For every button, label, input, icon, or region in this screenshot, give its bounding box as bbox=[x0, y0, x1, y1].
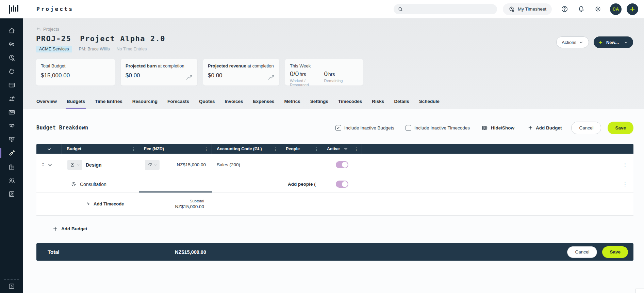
table-header: Budget⋮ Fee (NZD)⋮ Accounting Code (GL)⋮… bbox=[36, 144, 633, 154]
add-timecode-button[interactable]: Add Timecode bbox=[86, 201, 124, 206]
column-menu-icon[interactable]: ⋮ bbox=[203, 146, 210, 152]
tab-budgets[interactable]: Budgets bbox=[66, 96, 85, 109]
sidebar-item-leave[interactable] bbox=[0, 92, 23, 105]
sidebar-item-payments[interactable] bbox=[0, 78, 23, 92]
column-header-budget[interactable]: Budget⋮ bbox=[62, 144, 139, 154]
people-icon bbox=[8, 176, 16, 184]
settings-button[interactable] bbox=[594, 5, 602, 13]
collapse-row-icon[interactable] bbox=[47, 162, 53, 168]
column-menu-icon[interactable]: ⋮ bbox=[272, 146, 279, 152]
accounting-cell[interactable] bbox=[212, 176, 281, 192]
sidebar-item-deals[interactable] bbox=[0, 119, 23, 133]
filter-icon[interactable] bbox=[343, 146, 348, 152]
column-header-people[interactable]: People⋮ bbox=[281, 144, 322, 154]
sidebar-item-invoices[interactable] bbox=[0, 105, 23, 119]
tab-quotes[interactable]: Quotes bbox=[199, 96, 215, 109]
sidebar-item-people[interactable] bbox=[0, 173, 23, 187]
row-menu-icon[interactable]: ⋮ bbox=[621, 161, 629, 169]
include-inactive-budgets-checkbox[interactable]: Include Inactive Budgets bbox=[335, 125, 394, 131]
id-badge-icon bbox=[8, 190, 16, 198]
plus-icon bbox=[598, 40, 603, 45]
corner-fragment bbox=[635, 289, 644, 293]
trend-chart-icon bbox=[185, 74, 193, 81]
checkbox-unchecked-icon[interactable] bbox=[406, 125, 411, 131]
page-title: Projects bbox=[36, 6, 73, 12]
client-chip[interactable]: ACME Services bbox=[36, 46, 72, 52]
drag-handle[interactable]: ⁚⁚ bbox=[42, 162, 43, 167]
home-icon bbox=[8, 27, 16, 34]
time-entries-label: No Time Entries bbox=[117, 47, 147, 51]
cancel-button-bottom[interactable]: Cancel bbox=[567, 246, 597, 258]
active-toggle[interactable] bbox=[336, 161, 348, 168]
include-inactive-timecodes-checkbox[interactable]: Include Inactive Timecodes bbox=[406, 125, 470, 131]
search-input[interactable] bbox=[394, 4, 497, 14]
column-header-fee[interactable]: Fee (NZD)⋮ bbox=[139, 144, 212, 154]
row-menu-icon[interactable]: ⋮ bbox=[621, 181, 629, 188]
budget-type-select[interactable] bbox=[67, 160, 82, 170]
column-menu-icon[interactable]: ⋮ bbox=[130, 146, 137, 152]
tab-metrics[interactable]: Metrics bbox=[284, 96, 301, 109]
expand-arrow-icon bbox=[8, 282, 15, 290]
back-arrow-icon bbox=[36, 27, 41, 32]
accounting-code[interactable]: Sales (200) bbox=[217, 162, 240, 167]
fee-input-cell[interactable] bbox=[139, 176, 212, 192]
checkbox-checked-icon[interactable] bbox=[335, 125, 341, 131]
column-header-active[interactable]: Active⋮ bbox=[322, 144, 362, 154]
sidebar-item-companies[interactable] bbox=[0, 160, 23, 173]
global-add-button[interactable] bbox=[627, 3, 638, 15]
add-people-button[interactable]: Add people ( bbox=[288, 182, 316, 187]
hide-show-button[interactable]: Hide/Show bbox=[482, 125, 514, 131]
tab-settings[interactable]: Settings bbox=[310, 96, 329, 109]
total-budget-card: Total Budget $15,000.00 bbox=[36, 59, 115, 86]
new-button[interactable]: New... bbox=[594, 36, 633, 48]
tab-timecodes[interactable]: Timecodes bbox=[338, 96, 362, 109]
actions-button[interactable]: Actions bbox=[556, 36, 589, 48]
project-tabs: Overview Budgets Time Entries Resourcing… bbox=[36, 96, 440, 109]
header-expand-all[interactable] bbox=[36, 144, 62, 154]
sidebar-item-home[interactable] bbox=[0, 24, 23, 37]
fee-value[interactable]: NZ$15,000.00 bbox=[177, 162, 206, 167]
tab-resourcing[interactable]: Resourcing bbox=[132, 96, 158, 109]
people-cell[interactable] bbox=[281, 154, 322, 176]
budget-name[interactable]: Design bbox=[86, 162, 102, 168]
help-button[interactable] bbox=[561, 5, 568, 13]
tab-time-entries[interactable]: Time Entries bbox=[95, 96, 123, 109]
sidebar-item-resourcing[interactable] bbox=[0, 37, 23, 51]
app-logo[interactable] bbox=[9, 5, 18, 14]
chevron-down-icon bbox=[77, 163, 80, 167]
tab-invoices[interactable]: Invoices bbox=[224, 96, 243, 109]
sidebar-item-contacts[interactable] bbox=[0, 187, 23, 201]
save-button[interactable]: Save bbox=[608, 122, 633, 134]
worked-metric: 0/0hrs Worked / Resourced bbox=[290, 70, 324, 87]
tab-schedule[interactable]: Schedule bbox=[419, 96, 440, 109]
chevron-down-icon bbox=[154, 163, 157, 167]
sidebar-item-reports[interactable] bbox=[0, 133, 23, 146]
pm-label: PM: Bruce Willis bbox=[79, 47, 110, 51]
add-budget-button-bottom[interactable]: Add Budget bbox=[52, 226, 87, 232]
timecode-name[interactable]: Consultation bbox=[80, 182, 106, 187]
breadcrumb[interactable]: Projects bbox=[36, 27, 59, 32]
add-budget-button[interactable]: Add Budget bbox=[528, 125, 562, 130]
cancel-button[interactable]: Cancel bbox=[571, 122, 601, 134]
tab-overview[interactable]: Overview bbox=[36, 96, 57, 109]
notifications-button[interactable] bbox=[577, 5, 585, 13]
tab-details[interactable]: Details bbox=[394, 96, 409, 109]
save-button-bottom[interactable]: Save bbox=[602, 246, 628, 258]
column-menu-icon[interactable]: ⋮ bbox=[313, 146, 320, 152]
active-toggle[interactable] bbox=[336, 181, 348, 188]
fee-tag-select[interactable] bbox=[145, 160, 160, 170]
avatar[interactable]: CA bbox=[610, 3, 622, 15]
building-icon bbox=[8, 163, 16, 171]
sidebar-expand-button[interactable] bbox=[0, 281, 23, 292]
tab-expenses[interactable]: Expenses bbox=[252, 96, 275, 109]
column-header-accounting[interactable]: Accounting Code (GL)⋮ bbox=[212, 144, 281, 154]
chevron-down-icon bbox=[47, 146, 52, 152]
sidebar-item-tomato[interactable] bbox=[0, 64, 23, 78]
tab-risks[interactable]: Risks bbox=[371, 96, 384, 109]
tab-forecasts[interactable]: Forecasts bbox=[167, 96, 189, 109]
sidebar-item-timesheets[interactable] bbox=[0, 51, 23, 64]
my-timesheet-button[interactable]: My Timesheet bbox=[503, 3, 552, 15]
column-menu-icon[interactable]: ⋮ bbox=[353, 146, 360, 152]
project-title: PROJ-25Project Alpha 2.0 bbox=[36, 34, 165, 43]
sidebar-item-projects[interactable] bbox=[0, 146, 23, 160]
